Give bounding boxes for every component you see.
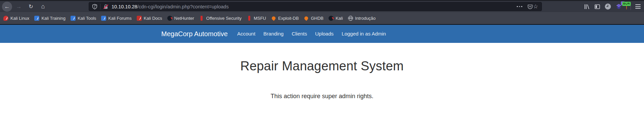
history-clock-icon[interactable] — [604, 3, 611, 10]
page-title: Repair Management System — [0, 59, 644, 73]
bookmark-kali-linux[interactable]: Kali Linux — [3, 16, 29, 21]
foxyproxy-button[interactable]: BUR — [626, 4, 627, 10]
nav-link-account[interactable]: Account — [237, 31, 255, 37]
site-nav-links: Account Branding Clients Uploads Logged … — [237, 31, 386, 37]
toolbar-right-cluster: 8 BUR — [584, 3, 641, 10]
bookmark-label: Introdução — [355, 16, 376, 21]
bookmark-label: Kali Docs — [144, 16, 162, 21]
bookmark-kali-forums[interactable]: Kali Forums — [101, 16, 131, 21]
exploit-db-icon — [271, 16, 276, 21]
kali-dragon-red-icon — [3, 16, 8, 21]
kali-docs-red-icon — [137, 16, 142, 21]
url-host: 10.10.10.28 — [112, 4, 137, 9]
tracking-protection-shield-icon[interactable] — [92, 4, 98, 10]
bookmark-label: Kali Tools — [78, 16, 96, 21]
globe-icon — [348, 16, 353, 21]
bookmark-label: Kali — [336, 16, 343, 21]
back-icon: ← — [4, 3, 10, 10]
insecure-lock-icon[interactable] — [103, 4, 109, 10]
kali-circle-icon — [329, 16, 334, 21]
bookmark-label: MSFU — [254, 16, 266, 21]
home-icon: ⌂ — [41, 3, 45, 10]
bookmark-nethunter[interactable]: NetHunter — [167, 16, 194, 21]
menu-hamburger-button[interactable] — [635, 4, 641, 9]
library-icon[interactable] — [584, 3, 590, 10]
bookmarks-toolbar: Kali Linux Kali Training Kali Tools Kali… — [0, 12, 644, 24]
url-path: /cdn-cgi/login/admin.php?content=uploads — [137, 4, 229, 9]
offsec-icon — [199, 16, 204, 21]
nethunter-icon — [167, 16, 172, 21]
msfu-icon — [247, 16, 252, 21]
nav-link-clients[interactable]: Clients — [292, 31, 307, 37]
bookmark-introducao[interactable]: Introdução — [348, 16, 376, 21]
bookmark-label: Offensive Security — [206, 16, 242, 21]
bookmark-label: Exploit-DB — [278, 16, 299, 21]
browser-toolbar: ← → ↻ ⌂ 10.10.10.28/cdn-cgi/login/admin.… — [0, 1, 644, 12]
bookmark-label: GHDB — [311, 16, 324, 21]
page-actions-icon[interactable] — [517, 6, 522, 7]
reload-icon: ↻ — [29, 3, 33, 10]
ghdb-icon — [304, 16, 309, 21]
back-button[interactable]: ← — [2, 2, 12, 12]
bookmark-offensive-security[interactable]: Offensive Security — [199, 16, 242, 21]
url-text: 10.10.10.28/cdn-cgi/login/admin.php?cont… — [112, 4, 229, 9]
bookmark-exploit-db[interactable]: Exploit-DB — [271, 16, 299, 21]
forward-button[interactable]: → — [14, 2, 24, 11]
bookmark-star-icon[interactable]: ☆ — [533, 3, 538, 10]
kali-dragon-blue-icon — [101, 16, 106, 21]
kali-dragon-blue-icon — [71, 16, 76, 21]
pocket-icon[interactable] — [527, 4, 533, 10]
nav-link-branding[interactable]: Branding — [263, 31, 284, 37]
permission-message: This action require super admin rights. — [0, 93, 644, 100]
bookmark-label: Kali Linux — [10, 16, 29, 21]
url-bar[interactable]: 10.10.10.28/cdn-cgi/login/admin.php?cont… — [89, 2, 542, 11]
home-button[interactable]: ⌂ — [38, 2, 48, 11]
bookmark-kali[interactable]: Kali — [329, 16, 343, 21]
sidebar-toggle-icon[interactable] — [594, 3, 601, 10]
urlbar-divider — [100, 4, 100, 9]
layers-extension-button[interactable]: 8 — [615, 3, 622, 10]
bookmark-ghdb[interactable]: GHDB — [304, 16, 324, 21]
site-navbar: MegaCorp Automotive Account Branding Cli… — [0, 25, 644, 43]
nav-link-logged-in-as-admin[interactable]: Logged in as Admin — [342, 31, 386, 37]
bookmark-kali-tools[interactable]: Kali Tools — [71, 16, 96, 21]
bookmark-msfu[interactable]: MSFU — [247, 16, 266, 21]
nav-link-uploads[interactable]: Uploads — [315, 31, 334, 37]
foxyproxy-proxy-badge: BUR — [622, 2, 631, 6]
kali-dragon-blue-icon — [34, 16, 39, 21]
bookmark-kali-training[interactable]: Kali Training — [34, 16, 66, 21]
bookmark-kali-docs[interactable]: Kali Docs — [137, 16, 162, 21]
forward-icon: → — [16, 3, 22, 10]
bookmark-label: NetHunter — [174, 16, 194, 21]
reload-button[interactable]: ↻ — [26, 2, 36, 11]
site-brand[interactable]: MegaCorp Automotive — [161, 30, 228, 38]
bookmark-label: Kali Training — [41, 16, 66, 21]
bookmark-label: Kali Forums — [108, 16, 131, 21]
page-content: Repair Management System This action req… — [0, 43, 644, 135]
